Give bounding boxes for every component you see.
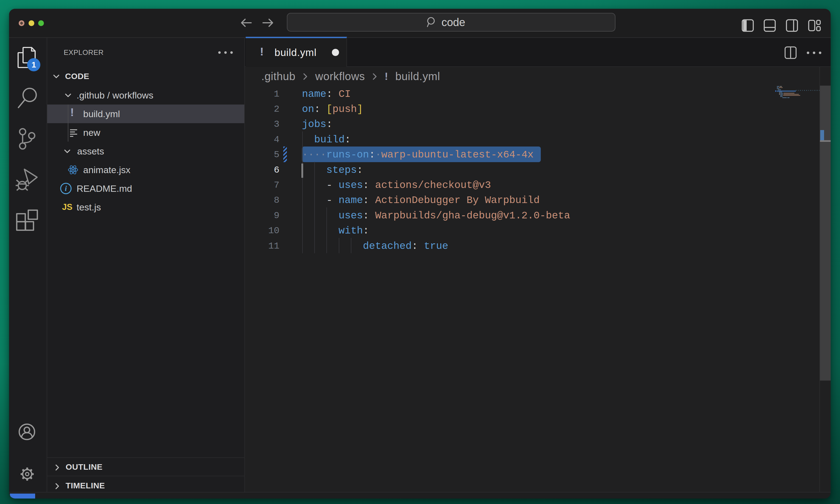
svg-text:i: i	[65, 184, 67, 193]
